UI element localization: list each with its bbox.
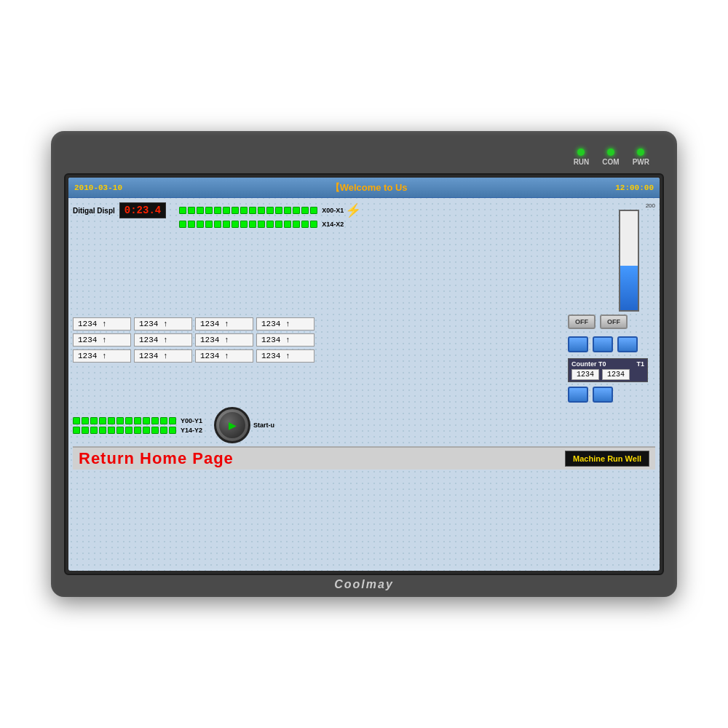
run-label: RUN [574, 158, 590, 166]
blue-btn-1[interactable] [568, 336, 588, 352]
y-led-3 [90, 417, 98, 424]
mid-section: 1234 ↑ 1234 ↑ 1234 ↑ 1234 ↑ 1234 ↑ 1234 … [73, 314, 655, 403]
led-x14-2 [188, 221, 195, 228]
y-led-12 [169, 417, 176, 424]
num-field-2-0[interactable]: 1234 ↑ [73, 349, 131, 363]
pwr-led [637, 149, 644, 156]
y-led-7 [125, 417, 132, 424]
led-x14-3 [197, 221, 204, 228]
brand-label: Coolmay [334, 578, 394, 591]
num-field-0-0[interactable]: 1234 ↑ [73, 317, 131, 331]
led-x14-4 [205, 221, 213, 228]
y14-led-11 [160, 427, 167, 434]
off-button-1[interactable]: OFF [568, 314, 596, 329]
y14-led-3 [90, 427, 98, 434]
led-4 [205, 207, 213, 214]
blue-btn-5[interactable] [593, 387, 613, 403]
y-led-2 [82, 417, 89, 424]
led-2 [188, 207, 195, 214]
status-badge: Machine Run Well [565, 451, 649, 467]
device-frame: RUN COM PWR 2010-03-10 【Welcome to Us 12… [51, 131, 677, 597]
start-inner: ▶ [219, 412, 245, 438]
led-15 [301, 207, 309, 214]
led-row-y00: Y00-Y1 [73, 417, 202, 424]
y14-led-7 [125, 427, 132, 434]
num-field-0-1[interactable]: 1234 ↑ [134, 317, 192, 331]
start-area: ▶ Start-u [214, 407, 274, 443]
y-led-10 [151, 417, 159, 424]
led-x14-16 [310, 221, 317, 228]
led-16 [310, 207, 317, 214]
y14-led-2 [82, 427, 89, 434]
led-x14-14 [293, 221, 300, 228]
gauge-bar [619, 210, 639, 312]
output-leds-area: Y00-Y1 [73, 417, 202, 434]
num-field-2-3[interactable]: 1234 ↑ [256, 349, 314, 363]
left-content: 1234 ↑ 1234 ↑ 1234 ↑ 1234 ↑ 1234 ↑ 1234 … [73, 314, 559, 365]
y14-label: Y14-Y2 [181, 427, 202, 434]
led-8 [240, 207, 248, 214]
led-x14-6 [223, 221, 230, 228]
indicator-group: RUN COM PWR [574, 149, 649, 166]
screen-title: 【Welcome to Us [331, 181, 408, 194]
indicator-run: RUN [574, 149, 590, 166]
num-field-0-2[interactable]: 1234 ↑ [195, 317, 253, 331]
run-led [577, 149, 585, 156]
alarm-icon: ⚡ [345, 202, 361, 218]
bottom-section: Y00-Y1 [73, 407, 655, 443]
led-1 [179, 207, 186, 214]
y-led-9 [143, 417, 150, 424]
start-arrow-icon: ▶ [229, 419, 237, 431]
return-home-button[interactable]: Return Home Page [79, 449, 234, 468]
led-x14-5 [214, 221, 221, 228]
gauge-wrapper: 200 150 100 50 0 [619, 210, 655, 312]
y14-led-5 [108, 427, 115, 434]
com-label: COM [602, 158, 619, 166]
led-x14-12 [275, 221, 282, 228]
y14-led-10 [151, 427, 159, 434]
led-13 [284, 207, 291, 214]
led-x14-9 [249, 221, 256, 228]
off-button-2[interactable]: OFF [600, 314, 628, 329]
digital-label: Ditigal Displ [73, 207, 115, 215]
y14-led-8 [134, 427, 141, 434]
num-field-1-0[interactable]: 1234 ↑ [73, 333, 131, 347]
numeric-row-2: 1234 ↑ 1234 ↑ 1234 ↑ 1234 ↑ [73, 333, 559, 347]
start-button[interactable]: ▶ [214, 407, 250, 443]
blue-btn-3[interactable] [617, 336, 638, 352]
digital-display-area: Ditigal Displ 0:23.4 [73, 202, 166, 218]
led-9 [249, 207, 256, 214]
led-x14-1 [179, 221, 186, 228]
num-field-1-1[interactable]: 1234 ↑ [134, 333, 192, 347]
screen-bezel: 2010-03-10 【Welcome to Us 12:00:00 Ditig… [64, 173, 664, 575]
led-row-y14: Y14-Y2 [73, 427, 202, 434]
y00-label: Y00-Y1 [181, 417, 202, 424]
y14-led-4 [99, 427, 106, 434]
led-6 [223, 207, 230, 214]
num-field-1-2[interactable]: 1234 ↑ [195, 333, 253, 347]
counter-label-row: Counter T0 T1 [571, 360, 644, 368]
y14-led-9 [143, 427, 150, 434]
num-field-2-2[interactable]: 1234 ↑ [195, 349, 253, 363]
led-11 [266, 207, 274, 214]
num-field-2-1[interactable]: 1234 ↑ [134, 349, 192, 363]
counter-values: 1234 1234 [571, 369, 644, 380]
blue-btn-4[interactable] [568, 387, 588, 403]
numeric-row-1: 1234 ↑ 1234 ↑ 1234 ↑ 1234 ↑ [73, 317, 559, 331]
screen-header: 2010-03-10 【Welcome to Us 12:00:00 [68, 178, 660, 198]
num-field-1-3[interactable]: 1234 ↑ [256, 333, 314, 347]
num-field-0-3[interactable]: 1234 ↑ [256, 317, 314, 331]
counter-t1-value[interactable]: 1234 [602, 369, 630, 380]
blue-btn-2[interactable] [593, 336, 613, 352]
led-x14-10 [258, 221, 265, 228]
counter-t0-value[interactable]: 1234 [571, 369, 599, 380]
gauge-container: 200 200 150 100 50 0 [619, 202, 655, 312]
led-12 [275, 207, 282, 214]
y-led-4 [99, 417, 106, 424]
x00-label: X00-X1 [322, 207, 344, 214]
led-x14-13 [284, 221, 291, 228]
right-panel: OFF OFF Counter T0 [568, 314, 655, 403]
screen-time: 12:00:00 [615, 183, 654, 192]
led-x14-11 [266, 221, 274, 228]
y-led-11 [160, 417, 167, 424]
